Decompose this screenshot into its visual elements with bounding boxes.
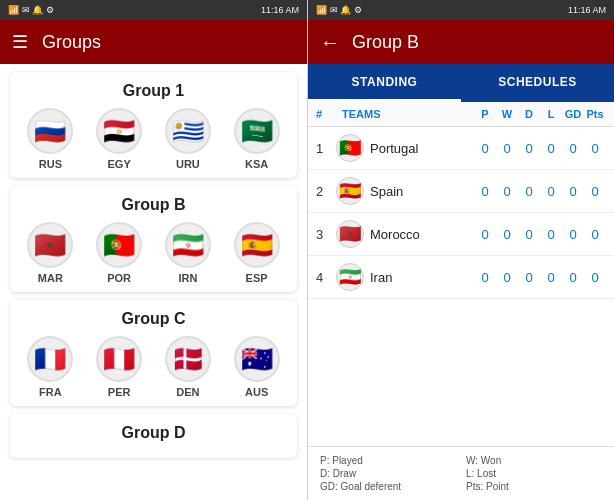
flags-row: 🇲🇦MAR🇵🇹POR🇮🇷IRN🇪🇸ESP — [16, 222, 291, 284]
flag-code: DEN — [176, 386, 199, 398]
group-card-group-c[interactable]: Group C🇫🇷FRA🇵🇪PER🇩🇰DEN🇦🇺AUS — [10, 300, 297, 406]
legend-w: W: Won — [466, 455, 602, 466]
flag-item-aus[interactable]: 🇦🇺AUS — [227, 336, 287, 398]
team-l: 0 — [540, 141, 562, 156]
flags-row: 🇷🇺RUS🇪🇬EGY🇺🇾URU🇸🇦KSA — [16, 108, 291, 170]
group-card-title: Group D — [16, 424, 291, 442]
legend-l: L: Lost — [466, 468, 602, 479]
col-header-d: D — [518, 108, 540, 120]
time-right: 11:16 AM — [568, 5, 606, 15]
status-bar-left: 📶 ✉ 🔔 ⚙ 11:16 AM — [0, 0, 307, 20]
standing-table: # TEAMS P W D L GD Pts 1 🇵🇹 Portugal 0 0… — [308, 102, 614, 446]
col-header-p: P — [474, 108, 496, 120]
group-card-title: Group B — [16, 196, 291, 214]
team-w: 0 — [496, 270, 518, 285]
col-header-num: # — [316, 108, 336, 120]
flag-circle: 🇸🇦 — [234, 108, 280, 154]
flag-code: FRA — [39, 386, 62, 398]
group-b-title: Group B — [352, 32, 419, 53]
group-card-group-a-partial[interactable]: Group 1🇷🇺RUS🇪🇬EGY🇺🇾URU🇸🇦KSA — [10, 72, 297, 178]
flag-item-ksa[interactable]: 🇸🇦KSA — [227, 108, 287, 170]
tab-bar: STANDING SCHEDULES — [308, 64, 614, 102]
team-l: 0 — [540, 227, 562, 242]
flag-circle: 🇲🇦 — [27, 222, 73, 268]
left-panel: 📶 ✉ 🔔 ⚙ 11:16 AM ☰ Groups Group 1🇷🇺RUS🇪🇬… — [0, 0, 307, 500]
group-card-title: Group 1 — [16, 82, 291, 100]
team-p: 0 — [474, 227, 496, 242]
flag-code: PER — [108, 386, 131, 398]
team-pts: 0 — [584, 184, 606, 199]
menu-icon[interactable]: ☰ — [12, 31, 28, 53]
right-header: ← Group B — [308, 20, 614, 64]
flag-item-esp[interactable]: 🇪🇸ESP — [227, 222, 287, 284]
table-row[interactable]: 1 🇵🇹 Portugal 0 0 0 0 0 0 — [308, 127, 614, 170]
flag-item-mar[interactable]: 🇲🇦MAR — [20, 222, 80, 284]
flag-item-uru[interactable]: 🇺🇾URU — [158, 108, 218, 170]
right-panel: 📶 ✉ 🔔 ⚙ 11:16 AM ← Group B STANDING SCHE… — [307, 0, 614, 500]
table-row[interactable]: 2 🇪🇸 Spain 0 0 0 0 0 0 — [308, 170, 614, 213]
team-p: 0 — [474, 270, 496, 285]
flag-code: IRN — [178, 272, 197, 284]
flags-row: 🇫🇷FRA🇵🇪PER🇩🇰DEN🇦🇺AUS — [16, 336, 291, 398]
groups-list: Group 1🇷🇺RUS🇪🇬EGY🇺🇾URU🇸🇦KSAGroup B🇲🇦MAR🇵… — [0, 64, 307, 500]
flag-circle: 🇵🇹 — [96, 222, 142, 268]
team-name: Iran — [370, 270, 474, 285]
legend-d: D: Draw — [320, 468, 456, 479]
flag-code: AUS — [245, 386, 268, 398]
team-l: 0 — [540, 184, 562, 199]
team-rank: 1 — [316, 141, 336, 156]
team-rank: 3 — [316, 227, 336, 242]
legend: P: Played W: Won D: Draw L: Lost GD: Goa… — [308, 446, 614, 500]
flag-item-fra[interactable]: 🇫🇷FRA — [20, 336, 80, 398]
team-gd: 0 — [562, 141, 584, 156]
flag-code: RUS — [39, 158, 62, 170]
flag-circle: 🇺🇾 — [165, 108, 211, 154]
team-name: Morocco — [370, 227, 474, 242]
team-w: 0 — [496, 227, 518, 242]
flag-circle: 🇮🇷 — [165, 222, 211, 268]
table-row[interactable]: 4 🇮🇷 Iran 0 0 0 0 0 0 — [308, 256, 614, 299]
table-header-row: # TEAMS P W D L GD Pts — [308, 102, 614, 127]
group-card-group-b[interactable]: Group B🇲🇦MAR🇵🇹POR🇮🇷IRN🇪🇸ESP — [10, 186, 297, 292]
groups-title: Groups — [42, 32, 101, 53]
team-w: 0 — [496, 141, 518, 156]
left-header: ☰ Groups — [0, 20, 307, 64]
col-header-w: W — [496, 108, 518, 120]
team-gd: 0 — [562, 184, 584, 199]
flag-circle: 🇵🇪 — [96, 336, 142, 382]
tab-standing[interactable]: STANDING — [308, 64, 461, 102]
group-card-group-d-partial[interactable]: Group D — [10, 414, 297, 458]
flag-item-irn[interactable]: 🇮🇷IRN — [158, 222, 218, 284]
status-bar-right: 📶 ✉ 🔔 ⚙ 11:16 AM — [308, 0, 614, 20]
team-pts: 0 — [584, 141, 606, 156]
team-name: Portugal — [370, 141, 474, 156]
team-pts: 0 — [584, 270, 606, 285]
back-icon[interactable]: ← — [320, 31, 340, 54]
legend-gd: GD: Goal deferent — [320, 481, 456, 492]
group-card-title: Group C — [16, 310, 291, 328]
flag-item-rus[interactable]: 🇷🇺RUS — [20, 108, 80, 170]
flag-item-egy[interactable]: 🇪🇬EGY — [89, 108, 149, 170]
team-name: Spain — [370, 184, 474, 199]
team-rows-container: 1 🇵🇹 Portugal 0 0 0 0 0 0 2 🇪🇸 Spain 0 0… — [308, 127, 614, 299]
team-flag: 🇲🇦 — [336, 220, 364, 248]
team-gd: 0 — [562, 270, 584, 285]
tab-schedules[interactable]: SCHEDULES — [461, 64, 614, 102]
flag-item-por[interactable]: 🇵🇹POR — [89, 222, 149, 284]
team-gd: 0 — [562, 227, 584, 242]
team-d: 0 — [518, 141, 540, 156]
team-p: 0 — [474, 184, 496, 199]
flag-circle: 🇪🇬 — [96, 108, 142, 154]
table-row[interactable]: 3 🇲🇦 Morocco 0 0 0 0 0 0 — [308, 213, 614, 256]
flag-circle: 🇩🇰 — [165, 336, 211, 382]
team-d: 0 — [518, 184, 540, 199]
team-flag: 🇮🇷 — [336, 263, 364, 291]
col-header-team: TEAMS — [342, 108, 474, 120]
flag-item-den[interactable]: 🇩🇰DEN — [158, 336, 218, 398]
team-w: 0 — [496, 184, 518, 199]
legend-pts: Pts: Point — [466, 481, 602, 492]
flag-circle: 🇦🇺 — [234, 336, 280, 382]
time-left: 11:16 AM — [261, 5, 299, 15]
team-d: 0 — [518, 227, 540, 242]
flag-item-per[interactable]: 🇵🇪PER — [89, 336, 149, 398]
